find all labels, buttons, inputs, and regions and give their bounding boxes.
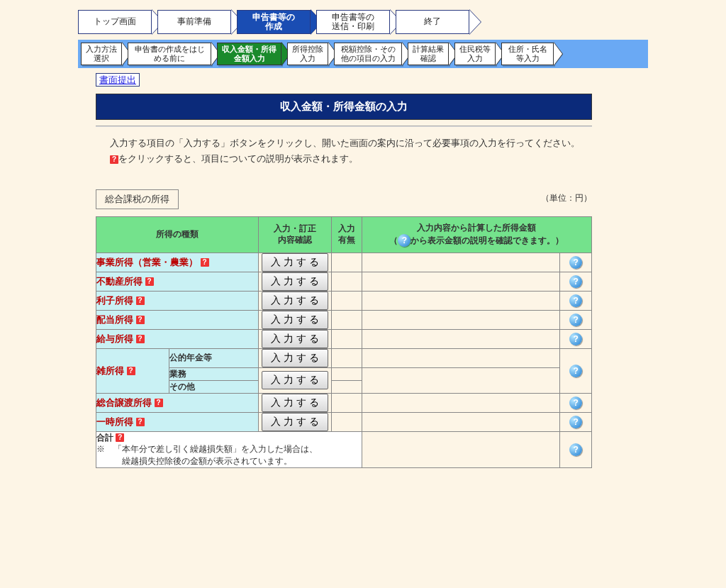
main-step-3[interactable]: 申告書等の 送信・印刷 (316, 10, 390, 34)
sub-step-7[interactable]: 住所・氏名 等入力 (501, 43, 554, 65)
income-name: 総合譲渡所得 ? (96, 393, 259, 412)
progress-nav-main: トップ画面事前準備申告書等の 作成申告書等の 送信・印刷終了 (0, 0, 726, 37)
main-step-1[interactable]: 事前準備 (157, 10, 231, 34)
calculated-amount (362, 412, 560, 431)
sub-step-label: 申告書の作成をはじ める前に (128, 43, 211, 65)
input-presence (332, 253, 362, 272)
table-row: 配当所得 ?入力する? (96, 310, 592, 329)
table-row: 総合譲渡所得 ?入力する? (96, 393, 592, 412)
input-presence (332, 393, 362, 412)
input-button[interactable]: 入力する (262, 253, 328, 272)
sub-step-label: 住民税等 入力 (454, 43, 496, 65)
income-name: 不動産所得 ? (96, 272, 259, 291)
input-button[interactable]: 入力する (262, 413, 328, 431)
main-step-label: トップ画面 (78, 10, 152, 34)
input-button[interactable]: 入力する (262, 371, 328, 389)
calculated-amount (362, 310, 560, 329)
table-row: 業務入力する (96, 367, 592, 380)
progress-nav-sub: 入力方法 選択申告書の作成をはじ める前に収入金額・所得 金額入力所得控除 入力… (81, 43, 645, 65)
income-table: 所得の種類 入力・訂正内容確認 入力有無 入力内容から計算した所得金額（?から表… (96, 216, 592, 468)
input-button[interactable]: 入力する (262, 394, 328, 412)
title-divider (96, 126, 592, 127)
help-icon-pink[interactable]: ? (127, 367, 135, 375)
total-label: 合計 ?※ 「本年分で差し引く繰越損失額」を入力した場合は、 繰越損失控除後の金… (96, 431, 362, 467)
input-presence (332, 380, 362, 393)
income-name: 一時所得 ? (96, 412, 259, 431)
help-icon-pink[interactable]: ? (136, 296, 145, 305)
help-icon-pink[interactable]: ? (136, 316, 145, 324)
sub-step-label: 入力方法 選択 (81, 43, 122, 65)
sub-step-label: 計算結果 確認 (408, 43, 449, 65)
table-row: 一時所得 ?入力する? (96, 412, 592, 431)
help-icon-pink[interactable]: ? (136, 335, 145, 343)
main-step-4[interactable]: 終了 (396, 10, 469, 34)
help-icon-pink[interactable]: ? (145, 277, 154, 286)
paper-submit-link[interactable]: 書面提出 (96, 73, 140, 87)
help-icon[interactable]: ? (569, 443, 582, 456)
help-icon[interactable]: ? (569, 275, 582, 288)
help-icon-pink[interactable]: ? (116, 433, 124, 442)
income-name: 事業所得（営業・農業） ? (96, 253, 259, 272)
help-icon[interactable]: ? (569, 416, 582, 428)
main-step-2[interactable]: 申告書等の 作成 (237, 10, 311, 34)
section-tab-general-tax: 総合課税の所得 (96, 189, 179, 209)
calculated-amount (362, 431, 560, 467)
help-icon-pink[interactable]: ? (155, 399, 163, 407)
sub-step-0[interactable]: 入力方法 選択 (81, 43, 122, 65)
sub-step-label: 収入金額・所得 金額入力 (217, 43, 281, 65)
main-step-0[interactable]: トップ画面 (78, 10, 152, 34)
th-input-confirm: 入力・訂正内容確認 (258, 217, 331, 253)
input-button[interactable]: 入力する (262, 292, 328, 310)
sub-step-6[interactable]: 住民税等 入力 (454, 43, 496, 65)
sub-step-4[interactable]: 税額控除・その 他の項目の入力 (334, 43, 402, 65)
intro-line-2: ?をクリックすると、項目についての説明が表示されます。 (110, 152, 592, 165)
intro-line-2-text: をクリックすると、項目についての説明が表示されます。 (118, 153, 358, 164)
calculated-amount (362, 348, 560, 367)
help-icon[interactable]: ? (569, 294, 582, 307)
table-row: 不動産所得 ?入力する? (96, 272, 592, 291)
help-icon[interactable]: ? (569, 314, 582, 326)
unit-label: （単位：円） (541, 192, 592, 204)
help-icon-pink[interactable]: ? (136, 418, 145, 426)
sub-step-1[interactable]: 申告書の作成をはじ める前に (128, 43, 211, 65)
help-icon[interactable]: ? (569, 333, 582, 345)
sub-step-3[interactable]: 所得控除 入力 (287, 43, 328, 65)
input-presence (332, 367, 362, 380)
input-button[interactable]: 入力する (262, 330, 328, 348)
help-icon[interactable]: ? (398, 234, 411, 247)
income-name: 利子所得 ? (96, 291, 259, 310)
table-row: 事業所得（営業・農業） ?入力する? (96, 253, 592, 272)
calculated-amount (362, 253, 560, 272)
misc-sub: その他 (169, 380, 259, 393)
calculated-amount (362, 272, 560, 291)
calculated-amount (362, 291, 560, 310)
misc-sub: 業務 (169, 367, 259, 380)
sub-step-2[interactable]: 収入金額・所得 金額入力 (217, 43, 281, 65)
help-icon[interactable]: ? (569, 396, 582, 409)
intro-line-1: 入力する項目の「入力する」ボタンをクリックし、開いた画面の案内に沿って必要事項の… (110, 137, 592, 150)
input-presence (332, 272, 362, 291)
help-icon[interactable]: ? (569, 256, 582, 269)
input-button[interactable]: 入力する (262, 311, 328, 329)
main-step-label: 申告書等の 送信・印刷 (316, 10, 390, 34)
main-step-label: 終了 (396, 10, 469, 34)
calculated-amount (362, 329, 560, 348)
table-row: 利子所得 ?入力する? (96, 291, 592, 310)
help-icon-pink[interactable]: ? (201, 258, 209, 267)
sub-step-label: 所得控除 入力 (287, 43, 328, 65)
main-step-label: 申告書等の 作成 (237, 10, 311, 34)
input-presence (332, 348, 362, 367)
sub-step-label: 住所・氏名 等入力 (501, 43, 554, 65)
input-presence (332, 412, 362, 431)
th-calculated: 入力内容から計算した所得金額（?から表示金額の説明を確認できます。） (362, 217, 591, 253)
help-icon[interactable]: ? (569, 365, 582, 377)
th-income-type: 所得の種類 (96, 217, 259, 253)
income-name: 配当所得 ? (96, 310, 259, 329)
sub-step-5[interactable]: 計算結果 確認 (408, 43, 449, 65)
main-step-label: 事前準備 (157, 10, 231, 34)
input-button[interactable]: 入力する (262, 272, 328, 291)
table-row-total: 合計 ?※ 「本年分で差し引く繰越損失額」を入力した場合は、 繰越損失控除後の金… (96, 431, 592, 467)
page-title: 収入金額・所得金額の入力 (96, 94, 592, 120)
input-button[interactable]: 入力する (262, 349, 328, 367)
help-icon-pink[interactable]: ? (110, 155, 118, 164)
